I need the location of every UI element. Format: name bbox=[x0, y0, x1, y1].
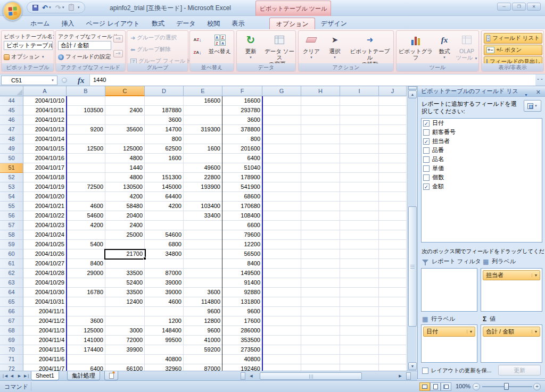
cell-H47[interactable] bbox=[301, 125, 340, 135]
row-header-67[interactable]: 67 bbox=[0, 316, 23, 326]
cell-F63[interactable]: 91400 bbox=[222, 278, 262, 288]
cell-H50[interactable] bbox=[301, 154, 340, 163]
cell-I71[interactable] bbox=[340, 355, 379, 364]
cell-D65[interactable]: 4600 bbox=[145, 297, 184, 307]
redo-dropdown-icon[interactable]: ▼ bbox=[62, 6, 65, 9]
cell-J65[interactable] bbox=[379, 297, 407, 307]
cell-B72[interactable]: 6400 bbox=[67, 364, 105, 371]
clear-button[interactable]: クリア ▼ bbox=[301, 33, 322, 61]
ribbon-tab-ページ レイアウト[interactable]: ページ レイアウト bbox=[80, 18, 146, 29]
cell-C51[interactable]: 1440 bbox=[105, 163, 145, 173]
row-header-55[interactable]: 55 bbox=[0, 202, 23, 211]
cell-J47[interactable] bbox=[379, 125, 407, 135]
cell-H48[interactable] bbox=[301, 135, 340, 144]
row-header-72[interactable]: 72 bbox=[0, 364, 23, 371]
cell-B56[interactable]: 54600 bbox=[67, 211, 105, 221]
cell-C47[interactable]: 35600 bbox=[105, 125, 145, 135]
cell-D61[interactable] bbox=[145, 259, 184, 269]
cell-D63[interactable]: 39000 bbox=[145, 278, 184, 288]
cell-F50[interactable]: 6400 bbox=[222, 154, 262, 163]
cell-B52[interactable] bbox=[67, 173, 105, 182]
ribbon-tab-データ[interactable]: データ bbox=[170, 18, 202, 29]
cell-E44[interactable]: 16600 bbox=[184, 96, 222, 106]
minimize-button[interactable]: ─ bbox=[497, 3, 511, 11]
row-header-50[interactable]: 50 bbox=[0, 154, 23, 163]
cell-F55[interactable]: 170680 bbox=[222, 202, 262, 211]
cell-D67[interactable]: 1200 bbox=[145, 316, 184, 326]
cell-G49[interactable] bbox=[262, 144, 301, 154]
cell-E71[interactable] bbox=[184, 355, 222, 364]
name-box[interactable]: C51 bbox=[1, 76, 57, 85]
active-field-input[interactable]: 合計 / 金額 bbox=[58, 41, 111, 50]
defer-checkbox[interactable] bbox=[422, 368, 428, 374]
next-sheet-button[interactable]: ▶ bbox=[16, 372, 23, 379]
cell-A70[interactable]: 2004/11/5 bbox=[23, 345, 67, 355]
vertical-scroll-thumb[interactable] bbox=[408, 206, 417, 327]
ribbon-tab-表示[interactable]: 表示 bbox=[226, 18, 250, 29]
cell-F72[interactable]: 192460 bbox=[222, 364, 262, 371]
cell-B46[interactable] bbox=[67, 115, 105, 125]
cell-B64[interactable]: 16780 bbox=[67, 288, 105, 297]
zoom-in-button[interactable]: + bbox=[533, 383, 541, 390]
olap-tools-button[interactable]: OLAP ツール ▼ bbox=[455, 33, 478, 62]
cell-E68[interactable]: 9600 bbox=[184, 326, 222, 336]
cell-F59[interactable]: 12200 bbox=[222, 240, 262, 249]
cell-J60[interactable] bbox=[379, 249, 407, 259]
cell-I67[interactable] bbox=[340, 316, 379, 326]
cell-J51[interactable] bbox=[379, 163, 407, 173]
field-checkbox-担当者[interactable]: ✓ bbox=[423, 138, 430, 145]
cell-E69[interactable]: 41000 bbox=[184, 336, 222, 345]
move-pivottable-button[interactable]: ➜ ピボットテーブル の移動 bbox=[348, 33, 392, 67]
scroll-left-button[interactable]: ◀ bbox=[247, 372, 255, 380]
field-item-日付[interactable]: ✓日付 bbox=[422, 119, 542, 128]
column-header-I[interactable]: I bbox=[340, 86, 379, 96]
cell-G50[interactable] bbox=[262, 154, 301, 163]
cell-H65[interactable] bbox=[301, 297, 340, 307]
cell-G45[interactable] bbox=[262, 106, 301, 115]
cell-H71[interactable] bbox=[301, 355, 340, 364]
formulas-button[interactable]: fx 数式 ▼ bbox=[435, 33, 454, 61]
cell-H53[interactable] bbox=[301, 182, 340, 192]
field-item-金額[interactable]: ✓金額 bbox=[422, 182, 542, 191]
zone-pill-合計 / 金額[interactable]: 合計 / 金額▼ bbox=[483, 327, 540, 337]
cell-J62[interactable] bbox=[379, 269, 407, 278]
first-sheet-button[interactable]: ❘◀ bbox=[1, 372, 8, 379]
row-header-68[interactable]: 68 bbox=[0, 326, 23, 336]
cell-I48[interactable] bbox=[340, 135, 379, 144]
cell-H49[interactable] bbox=[301, 144, 340, 154]
cell-F49[interactable]: 201600 bbox=[222, 144, 262, 154]
column-header-B[interactable]: B bbox=[67, 86, 105, 96]
cell-G67[interactable] bbox=[262, 316, 301, 326]
column-header-A[interactable]: A bbox=[23, 86, 67, 96]
cell-C53[interactable]: 130500 bbox=[105, 182, 145, 192]
cell-C56[interactable]: 20400 bbox=[105, 211, 145, 221]
undo-dropdown-icon[interactable]: ▼ bbox=[48, 6, 52, 9]
cell-G44[interactable] bbox=[262, 96, 301, 106]
column-header-C[interactable]: C bbox=[105, 86, 145, 96]
cell-B50[interactable] bbox=[67, 154, 105, 163]
cell-D58[interactable]: 54600 bbox=[145, 230, 184, 240]
paste-qat-button[interactable] bbox=[68, 4, 75, 11]
cell-A47[interactable]: 2004/10/13 bbox=[23, 125, 67, 135]
values-zone[interactable]: 合計 / 金額▼ bbox=[481, 324, 542, 363]
selected-cell-outline[interactable] bbox=[104, 249, 146, 260]
cell-F67[interactable]: 17600 bbox=[222, 316, 262, 326]
cell-J70[interactable] bbox=[379, 345, 407, 355]
cell-H68[interactable] bbox=[301, 326, 340, 336]
cell-D68[interactable]: 148400 bbox=[145, 326, 184, 336]
cell-F46[interactable]: 3600 bbox=[222, 115, 262, 125]
cell-C44[interactable] bbox=[105, 96, 145, 106]
cell-C65[interactable]: 12400 bbox=[105, 297, 145, 307]
ribbon-tab-数式[interactable]: 数式 bbox=[146, 18, 170, 29]
formula-input[interactable]: 1440 bbox=[89, 74, 535, 86]
cell-D48[interactable]: 800 bbox=[145, 135, 184, 144]
cell-C72[interactable]: 66100 bbox=[105, 364, 145, 371]
column-header-F[interactable]: F bbox=[222, 86, 262, 96]
cell-E57[interactable] bbox=[184, 221, 222, 230]
sort-descending-button[interactable]: ZA↓ bbox=[191, 48, 204, 57]
cell-G58[interactable] bbox=[262, 230, 301, 240]
cell-E50[interactable] bbox=[184, 154, 222, 163]
cell-C55[interactable]: 58480 bbox=[105, 202, 145, 211]
row-header-54[interactable]: 54 bbox=[0, 192, 23, 202]
cell-A64[interactable]: 2004/10/30 bbox=[23, 288, 67, 297]
